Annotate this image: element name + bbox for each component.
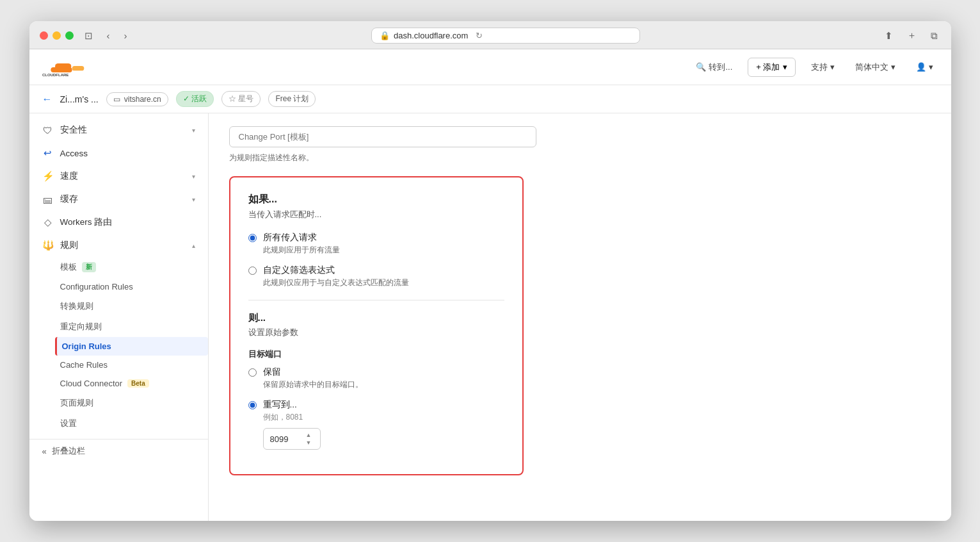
lang-button[interactable]: 简体中文 ▾ (850, 59, 901, 76)
support-chevron-icon: ▾ (830, 62, 835, 72)
rewrite-label: 重写到... (263, 399, 321, 411)
domain-bar: ← Zi...m's ... ▭ vitshare.cn ✓ 活跃 ☆ 星号 F… (29, 85, 951, 113)
radio-custom-filter[interactable]: 自定义筛选表达式 此规则仅应用于与自定义表达式匹配的流量 (248, 265, 504, 288)
workers-icon: ◇ (42, 217, 54, 228)
lang-label: 简体中文 (855, 62, 888, 73)
sidebar-item-rules[interactable]: 🔱 规则 ▴ (29, 234, 208, 257)
support-button[interactable]: 支持 ▾ (806, 59, 840, 76)
if-subtitle: 当传入请求匹配时... (248, 209, 504, 220)
search-icon: 🔍 (696, 62, 706, 72)
radio-all-requests-input[interactable] (248, 234, 257, 242)
account-back-button[interactable]: ← (42, 94, 52, 105)
sidebar-item-workers[interactable]: ◇ Workers 路由 (29, 211, 208, 234)
back-button[interactable]: ‹ (104, 29, 113, 42)
sidebar-label-access: Access (60, 149, 88, 158)
sidebar-subitem-template[interactable]: 模板 新 (60, 257, 208, 277)
sidebar-subitem-origin-rules[interactable]: Origin Rules (55, 337, 208, 356)
custom-filter-label: 自定义筛选表达式 (263, 265, 409, 276)
radio-preserve[interactable]: 保留 保留原始请求中的目标端口。 (248, 366, 504, 390)
cloud-connector-badge: Beta (127, 379, 149, 388)
share-button[interactable]: ⬆ (881, 28, 896, 43)
origin-rules-label: Origin Rules (62, 341, 111, 351)
domain-text: vitshare.cn (124, 95, 161, 104)
port-input-container: ▲ ▼ (263, 428, 321, 450)
sidebar-subitem-cloud-connector[interactable]: Cloud Connector Beta (60, 374, 208, 393)
forward-button[interactable]: › (121, 29, 131, 42)
all-requests-desc: 此规则应用于所有流量 (263, 245, 340, 256)
sidebar-toggle-button[interactable]: ⊡ (81, 29, 96, 43)
svg-rect-1 (55, 63, 71, 69)
new-tab-button[interactable]: ＋ (904, 28, 920, 43)
spinner-down-icon[interactable]: ▼ (306, 439, 312, 446)
domain-badge: ▭ vitshare.cn (106, 92, 168, 106)
sidebar-label-cache: 缓存 (60, 193, 78, 205)
redirect-rules-label: 重定向规则 (60, 321, 102, 333)
radio-rewrite-input[interactable] (248, 401, 257, 409)
config-rules-label: Configuration Rules (60, 282, 133, 292)
browser-chrome: ⊡ ‹ › 🔒 dash.cloudflare.com ↻ ⬆ ＋ ⧉ (29, 21, 951, 49)
security-chevron-icon: ▾ (192, 127, 195, 134)
sidebar-subitem-transform-rules[interactable]: 转换规则 (60, 296, 208, 316)
top-nav: CLOUDFLARE 🔍 转到... + 添加 ▾ 支持 ▾ 简体中文 (29, 49, 951, 85)
preserve-label: 保留 (263, 366, 363, 378)
address-input[interactable]: 🔒 dash.cloudflare.com ↻ (371, 28, 640, 44)
lock-icon: 🔒 (380, 31, 390, 40)
user-chevron-icon: ▾ (929, 62, 933, 72)
rule-name-input[interactable] (229, 126, 536, 147)
spinner-up-icon[interactable]: ▲ (306, 432, 312, 438)
collapse-icon: « (42, 447, 47, 456)
dest-port-label: 目标端口 (248, 349, 504, 360)
cloudflare-logo: CLOUDFLARE (42, 56, 93, 79)
sidebar-subitem-page-rules[interactable]: 页面规则 (60, 393, 208, 413)
user-button[interactable]: 👤 ▾ (911, 60, 938, 74)
maximize-button[interactable] (65, 31, 74, 40)
add-label: + 添加 (756, 62, 780, 73)
all-requests-label: 所有传入请求 (263, 232, 340, 243)
port-value-input[interactable] (270, 434, 302, 444)
rule-name-hint: 为规则指定描述性名称。 (229, 152, 931, 163)
sidebar-item-access[interactable]: ↩ Access (29, 142, 208, 165)
sidebar-subitem-redirect-rules[interactable]: 重定向规则 (60, 316, 208, 337)
lang-chevron-icon: ▾ (891, 62, 896, 72)
browser-actions: ⬆ ＋ ⧉ (881, 28, 941, 43)
cache-icon: 🖴 (42, 194, 54, 205)
transform-rules-label: 转换规则 (60, 300, 93, 312)
sidebar-item-speed[interactable]: ⚡ 速度 ▾ (29, 165, 208, 188)
sidebar-item-security[interactable]: 🛡 安全性 ▾ (29, 119, 208, 142)
sidebar-label-workers: Workers 路由 (60, 217, 113, 228)
template-label: 模板 (60, 261, 77, 273)
then-title: 则... (248, 312, 504, 324)
sidebar-item-cache[interactable]: 🖴 缓存 ▾ (29, 188, 208, 211)
active-badge: ✓ 活跃 (176, 91, 214, 107)
support-label: 支持 (811, 62, 828, 73)
svg-rect-2 (72, 66, 84, 70)
radio-preserve-input[interactable] (248, 368, 257, 377)
tabs-button[interactable]: ⧉ (928, 28, 941, 43)
sidebar-subitem-cache-rules[interactable]: Cache Rules (60, 356, 208, 374)
access-icon: ↩ (42, 147, 54, 159)
shield-icon: 🛡 (42, 125, 54, 136)
minimize-button[interactable] (52, 31, 61, 40)
then-subtitle: 设置原始参数 (248, 327, 504, 338)
speed-icon: ⚡ (42, 170, 54, 182)
close-button[interactable] (40, 31, 48, 40)
radio-rewrite[interactable]: 重写到... 例如，8081 ▲ ▼ (248, 399, 504, 450)
rewrite-hint: 例如，8081 (263, 412, 321, 423)
goto-button[interactable]: 🔍 转到... (691, 59, 737, 76)
sidebar-collapse-button[interactable]: « 折叠边栏 (29, 439, 208, 463)
sidebar-label-security: 安全性 (60, 124, 87, 136)
radio-all-requests[interactable]: 所有传入请求 此规则应用于所有流量 (248, 232, 504, 256)
speed-chevron-icon: ▾ (192, 173, 195, 180)
rules-icon: 🔱 (42, 240, 54, 251)
add-button[interactable]: + 添加 ▾ (748, 58, 795, 77)
port-spinner[interactable]: ▲ ▼ (306, 432, 312, 446)
reload-icon[interactable]: ↻ (476, 31, 483, 40)
domain-icon: ▭ (113, 95, 120, 104)
cloud-connector-label: Cloud Connector (60, 379, 123, 388)
traffic-lights (40, 31, 74, 40)
goto-label: 转到... (709, 62, 732, 73)
sidebar-subitem-settings[interactable]: 设置 (60, 413, 208, 434)
radio-custom-filter-input[interactable] (248, 267, 257, 275)
sidebar-subitem-config-rules[interactable]: Configuration Rules (60, 277, 208, 296)
main-content: 🛡 安全性 ▾ ↩ Access ⚡ 速度 ▾ 🖴 缓存 ▾ (29, 113, 951, 521)
